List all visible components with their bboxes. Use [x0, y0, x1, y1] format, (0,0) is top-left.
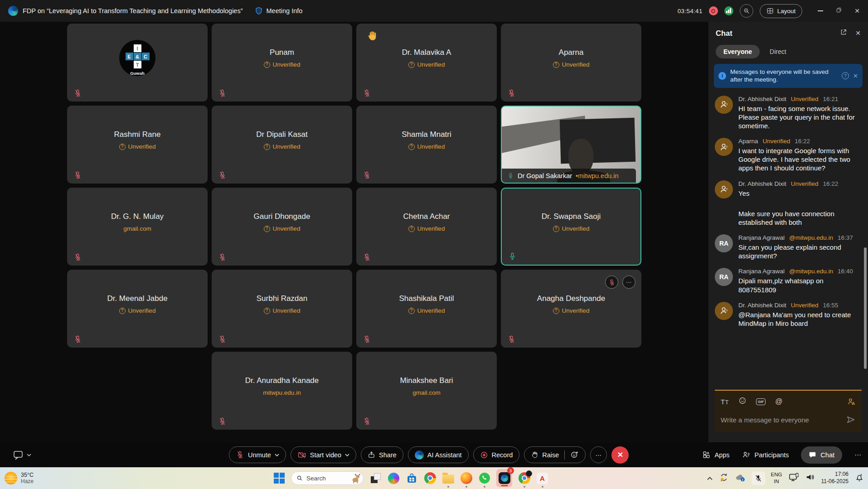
text-format-icon[interactable]: TT	[721, 398, 729, 406]
participant-tile[interactable]: Dr. Swapna Saoji?Unverified	[501, 188, 641, 266]
tile-mute-button[interactable]	[605, 276, 618, 289]
video-grid: IE&CT GuwahPunam?UnverifiedDr. Malavika …	[0, 22, 708, 442]
participant-tile[interactable]: Gauri Dhongade?Unverified	[212, 188, 352, 266]
restore-button[interactable]	[836, 7, 842, 15]
file-explorer-icon[interactable]	[442, 472, 454, 484]
participant-tile[interactable]: Minakshee Barigmail.com	[356, 352, 497, 430]
participant-tile[interactable]: Aparna?Unverified	[501, 24, 641, 102]
onedrive-icon[interactable]: i	[735, 472, 746, 484]
microsoft-store-icon[interactable]	[406, 472, 418, 484]
chat-message: ? Dr. Abhishek DixitUnverified16:21 HI t…	[715, 96, 862, 131]
chrome-icon[interactable]	[424, 472, 436, 484]
message-input[interactable]: Write a message to everyone	[721, 416, 809, 424]
question-icon: ?	[264, 308, 270, 314]
update-sync-icon[interactable]	[719, 472, 729, 484]
language-switcher[interactable]: ENG IN	[771, 472, 782, 485]
unmute-label: Unmute	[248, 451, 271, 459]
chat-message: ? AparnaUnverified16:22 I want to integr…	[715, 138, 862, 173]
participant-tile[interactable]: Chetna Achar?Unverified	[356, 188, 497, 266]
tile-more-button[interactable]: ⋯	[622, 276, 635, 289]
participant-tile[interactable]: Dr. Anuradha Kanademitwpu.edu.in	[212, 352, 352, 430]
more-options-button[interactable]: ⋯	[590, 446, 607, 463]
task-view-button[interactable]	[369, 472, 382, 484]
chrome-profile-icon[interactable]	[518, 472, 530, 484]
share-button[interactable]: Share	[361, 446, 403, 463]
chat-bubble-icon	[809, 451, 816, 459]
apps-button[interactable]: Apps	[702, 450, 730, 459]
more-panels-button[interactable]: ⋯	[854, 451, 862, 459]
layout-button[interactable]: Layout	[760, 4, 803, 18]
chat-scrollbar[interactable]	[864, 247, 867, 369]
gif-icon[interactable]: GIF	[756, 398, 766, 405]
participants-button[interactable]: Participants	[742, 450, 789, 459]
message-author: Aparna	[738, 138, 758, 145]
tab-everyone[interactable]: Everyone	[716, 45, 760, 58]
acrobat-icon[interactable]: A	[536, 472, 548, 484]
participant-tile[interactable]: IE&CT Guwah	[67, 24, 208, 102]
search-box[interactable]: Search	[291, 471, 364, 485]
chat-toggle-button[interactable]: Chat	[801, 446, 842, 464]
tray-chevron-icon[interactable]	[707, 474, 713, 482]
weather-widget[interactable]: 35°C Haze	[5, 472, 34, 484]
titlebar: FDP on “Leveraging AI to Transform Teach…	[0, 0, 868, 22]
participant-tile[interactable]: Rashmi Rane?Unverified	[67, 106, 208, 184]
video-tile[interactable]: Dr Gopal Sakarkar •mitwpu.edu.in	[501, 106, 641, 184]
message-badge: Unverified	[791, 180, 819, 187]
participant-tile[interactable]: Shamla Mnatri?Unverified	[356, 106, 497, 184]
leave-meeting-button[interactable]: ✕	[611, 446, 629, 464]
tray-mic-muted-icon[interactable]	[752, 471, 765, 485]
email-domain: mitwpu.edu.in	[263, 389, 301, 396]
svg-text:z: z	[860, 473, 862, 476]
send-icon[interactable]	[846, 415, 856, 425]
participant-tile[interactable]: Shashikala Patil?Unverified	[356, 270, 497, 348]
banner-text: Messages to everyone will be saved after…	[730, 68, 838, 84]
participant-tile[interactable]: Surbhi Razdan?Unverified	[212, 270, 352, 348]
participant-tile[interactable]: Dr. Meenal Jabde?Unverified	[67, 270, 208, 348]
caption-toggle-button[interactable]	[13, 450, 31, 460]
temperature: 35°C	[21, 472, 34, 478]
start-button[interactable]	[274, 473, 285, 484]
copilot-icon[interactable]	[388, 472, 400, 484]
participant-tile[interactable]: Dr. Malavika A?Unverified	[356, 24, 497, 102]
mic-muted-icon	[218, 171, 227, 179]
record-button[interactable]: Record	[473, 446, 520, 463]
question-icon: ?	[553, 62, 559, 68]
ai-assistant-button[interactable]: AI Assistant	[408, 446, 469, 463]
webex-icon-active[interactable]: 3	[496, 469, 512, 487]
firefox-icon[interactable]	[460, 472, 472, 484]
participant-tile[interactable]: Punam?Unverified	[212, 24, 352, 102]
unverified-badge: ?Unverified	[408, 61, 445, 68]
banner-help-icon[interactable]: ?	[842, 72, 849, 79]
clock-widget[interactable]: 17:06 11-06-2025	[821, 471, 849, 485]
mention-icon[interactable]: @	[775, 397, 782, 406]
close-button[interactable]: ✕	[854, 7, 860, 15]
camera-off-icon	[297, 450, 306, 460]
unmute-button[interactable]: Unmute	[229, 446, 286, 463]
participant-name: Surbhi Razdan	[257, 294, 307, 303]
participant-tile[interactable]: Dr. G. N. Mulaygmail.com	[67, 188, 208, 266]
cast-display-icon[interactable]	[788, 472, 799, 484]
raise-hand-button[interactable]: Raise	[524, 446, 586, 463]
notification-bell-icon[interactable]: z	[854, 472, 864, 484]
banner-close-icon[interactable]: ✕	[853, 73, 858, 79]
participant-name: Dr. Swapna Saoji	[542, 212, 601, 221]
meeting-info-link[interactable]: Meeting Info	[267, 7, 303, 15]
unverified-badge: ?Unverified	[264, 307, 301, 314]
minimize-button[interactable]	[818, 10, 823, 11]
question-icon: ?	[264, 144, 270, 150]
participant-tile[interactable]: Anagha Deshpande?Unverified⋯	[501, 270, 641, 348]
participant-tile[interactable]: Dr Dipali Kasat?Unverified	[212, 106, 352, 184]
whatsapp-icon[interactable]	[478, 472, 490, 484]
mic-muted-icon	[73, 335, 82, 344]
zoom-view-button[interactable]	[740, 4, 753, 18]
emoji-icon[interactable]	[738, 397, 747, 407]
close-chat-icon[interactable]: ✕	[855, 29, 861, 37]
volume-icon[interactable]	[805, 472, 815, 484]
popout-icon[interactable]	[840, 29, 847, 38]
mic-on-icon	[508, 252, 517, 261]
question-icon: ?	[408, 62, 415, 68]
question-icon: ?	[119, 308, 126, 314]
svg-text:?: ?	[726, 145, 727, 149]
start-video-button[interactable]: Start video	[291, 446, 356, 463]
tab-direct[interactable]: Direct	[764, 45, 792, 58]
